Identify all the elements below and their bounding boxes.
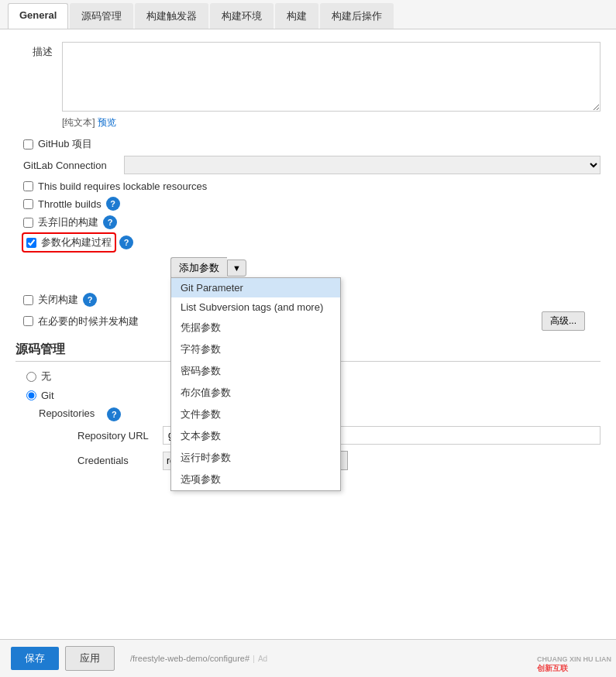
save-button[interactable]: 保存	[11, 647, 59, 670]
description-control-area: [纯文本] 预览	[62, 42, 601, 129]
description-label: 描述	[15, 42, 62, 59]
add-param-button[interactable]: 添加参数	[170, 257, 227, 279]
description-row: 描述 [纯文本] 预览	[15, 42, 601, 129]
github-checkbox[interactable]	[23, 139, 33, 149]
menu-item-boolean-param[interactable]: 布尔值参数	[171, 382, 340, 404]
concurrent-label[interactable]: 在必要的时候并发构建	[38, 314, 139, 328]
repo-url-label: Repository URL	[77, 430, 163, 442]
lockable-label[interactable]: This build requires lockable resources	[38, 180, 207, 192]
watermark-label-prefix: CHUANG XIN HU LIAN	[537, 655, 611, 663]
radio-git-label[interactable]: Git	[41, 390, 54, 401]
add-param-btn-group: 添加参数 ▼ Git Parameter List Subversion tag…	[170, 257, 246, 279]
tab-post-build[interactable]: 构建后操作	[320, 3, 394, 29]
main-container: General 源码管理 构建触发器 构建环境 构建 构建后操作 描述 [纯文本…	[0, 0, 616, 677]
tab-general[interactable]: General	[8, 3, 68, 29]
tab-build-env[interactable]: 构建环境	[210, 3, 274, 29]
throttle-row: Throttle builds ?	[15, 197, 601, 211]
plain-text-label: [纯文本]	[62, 117, 95, 128]
concurrent-checkbox[interactable]	[23, 316, 33, 326]
parameterized-label[interactable]: 参数化构建过程	[41, 235, 112, 249]
radio-none-label[interactable]: 无	[41, 369, 51, 383]
parameterized-highlight: 参数化构建过程	[23, 234, 115, 251]
advanced-button[interactable]: 高级...	[542, 311, 585, 331]
gitlab-row: GitLab Connection	[15, 156, 601, 174]
github-label[interactable]: GitHub 项目	[38, 137, 92, 151]
address-separator: |	[253, 654, 255, 663]
tab-build[interactable]: 构建	[275, 3, 318, 29]
disable-build-label[interactable]: 关闭构建	[38, 293, 78, 307]
description-textarea[interactable]	[62, 42, 601, 112]
discard-label[interactable]: 丢弃旧的构建	[38, 215, 98, 229]
plain-text-link: [纯文本] 预览	[62, 116, 601, 129]
lockable-row: This build requires lockable resources	[15, 180, 601, 192]
throttle-checkbox[interactable]	[23, 199, 33, 209]
disable-build-checkbox[interactable]	[23, 295, 33, 305]
preview-link[interactable]: 预览	[98, 117, 116, 128]
parameterized-checkbox[interactable]	[26, 238, 36, 248]
menu-item-text-param[interactable]: 文本参数	[171, 425, 340, 447]
discard-help-icon[interactable]: ?	[103, 215, 117, 229]
apply-button[interactable]: 应用	[65, 646, 115, 671]
tab-build-triggers[interactable]: 构建触发器	[135, 3, 208, 29]
address-bar-text: /freestyle-web-demo/configure#	[130, 654, 249, 663]
menu-item-string-param[interactable]: 字符参数	[171, 338, 340, 360]
menu-item-credentials-param[interactable]: 凭据参数	[171, 317, 340, 338]
bottom-bar: 保存 应用 /freestyle-web-demo/configure# | A…	[0, 639, 616, 677]
address-extra: Ad	[258, 655, 267, 663]
add-param-dropdown: Git Parameter List Subversion tags (and …	[170, 277, 341, 491]
gitlab-select[interactable]	[124, 156, 601, 174]
discard-checkbox[interactable]	[23, 218, 33, 228]
add-param-arrow-button[interactable]: ▼	[227, 259, 246, 277]
credentials-label: Credentials	[77, 455, 163, 466]
parameterized-help-icon[interactable]: ?	[119, 235, 133, 249]
add-param-container: 添加参数 ▼ Git Parameter List Subversion tag…	[62, 257, 601, 285]
menu-item-svn-tags[interactable]: List Subversion tags (and more)	[171, 297, 340, 317]
lockable-checkbox[interactable]	[23, 181, 33, 191]
menu-item-password-param[interactable]: 密码参数	[171, 360, 340, 382]
repositories-label: Repositories	[39, 407, 95, 419]
github-row: GitHub 项目	[15, 137, 601, 151]
tab-bar: General 源码管理 构建触发器 构建环境 构建 构建后操作	[0, 0, 616, 29]
menu-item-choice-param[interactable]: 选项参数	[171, 469, 340, 490]
throttle-label[interactable]: Throttle builds	[38, 198, 102, 210]
menu-item-file-param[interactable]: 文件参数	[171, 404, 340, 425]
disable-build-help-icon[interactable]: ?	[83, 293, 97, 307]
tab-source-mgmt[interactable]: 源码管理	[70, 3, 133, 29]
content-area: 描述 [纯文本] 预览 GitHub 项目 GitLab Connection	[0, 29, 616, 489]
throttle-help-icon[interactable]: ?	[106, 197, 120, 211]
radio-none[interactable]	[26, 372, 36, 382]
parameterized-row: 参数化构建过程 ?	[15, 234, 601, 251]
radio-git[interactable]	[26, 390, 36, 400]
discard-row: 丢弃旧的构建 ?	[15, 215, 601, 229]
watermark-label: 创新互联	[537, 664, 568, 672]
watermark: CHUANG XIN HU LIAN 创新互联	[537, 654, 611, 674]
repositories-help-icon[interactable]: ?	[107, 407, 121, 421]
gitlab-label: GitLab Connection	[23, 160, 116, 171]
menu-item-runtime-param[interactable]: 运行时参数	[171, 447, 340, 469]
menu-item-git-parameter[interactable]: Git Parameter	[171, 278, 340, 297]
